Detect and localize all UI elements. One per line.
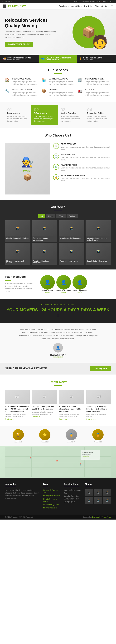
news-section: Latest News 📰 Thus, the future solely ho… [0, 374, 116, 426]
ns-desc-3: Design meaningful growth models and inno… [61, 115, 82, 122]
secure-desc: Lorem are in accusamus deli iusto dugmen… [61, 177, 111, 182]
ns-num-4: 04 [87, 108, 109, 112]
news-read-more-2[interactable]: Read more... [32, 416, 41, 418]
site-logo[interactable]: ⬛ AT MOVERY [3, 4, 26, 8]
num-service-4[interactable]: 04 Relocation Guides Design meaningful g… [85, 105, 111, 125]
num-service-2[interactable]: 02 Office Movers Design meaningful growt… [31, 105, 58, 125]
work-item-6[interactable]: 📸 Architect ubiquitous deliverables [32, 243, 57, 265]
footer-hours-title: Opening Hours [64, 483, 79, 487]
blog-anchor-2[interactable]: Moving Day Checklist [43, 495, 60, 497]
footer-hours-line-2: Saturday: 9am - 6pm [64, 495, 81, 498]
news-card-2: 📰 Quality's bringing the new quality fro… [32, 390, 57, 420]
news-read-more-3[interactable]: Read more... [59, 418, 69, 420]
linkedin-icon[interactable]: in [8, 1, 10, 2]
ns-title-2: Office Movers [34, 112, 55, 114]
choose-inner: 🧑‍🔧 MOVER 📦 📋 FREE ESTIMATE Lorem are in… [5, 143, 111, 194]
num-service-3[interactable]: 03 Moving Supplies Design meaningful gro… [58, 105, 85, 125]
tab-outdoor[interactable]: Outdoor [67, 214, 78, 218]
flat-rate-title: FLAT RATE FEES [61, 164, 111, 166]
nav-about[interactable]: About Us ▼ [71, 5, 82, 8]
tab-office[interactable]: Office [56, 214, 66, 218]
award-4: 🏅 Award 2016 [92, 429, 103, 443]
phone-info: 📞 +1 800 1234 | ✉ info@atovery.com | 📍 N… [72, 1, 113, 2]
footer-photo-3[interactable]: 📸 [103, 489, 111, 496]
choose-title: Who Choose Us? [5, 134, 111, 137]
award-badge-3: 🥇 [66, 429, 77, 440]
stat-moves: 🚚 30K+ Successful Moves Successful Moves [0, 54, 39, 63]
news-title-1: Thus, the future solely holds Sales IQ D… [5, 405, 30, 413]
nav-portfolio[interactable]: Portfolio [84, 5, 92, 8]
blog-anchor-4[interactable]: Office Moving Guide [43, 504, 59, 506]
nav-blog[interactable]: Blog [95, 5, 99, 8]
work-title-2: Enable value-added convergence [33, 237, 56, 241]
award-label-1: Award 2019 [13, 441, 24, 443]
secure-title: SAVE AND SECURE MOVE [61, 174, 111, 177]
team-member-1: 👤 Robert Martin Mover [40, 275, 55, 293]
svg-text:COMPANY NAME: COMPANY NAME [82, 452, 93, 453]
work-item-8[interactable]: 📸 Seize holistic deliverables [85, 243, 111, 265]
svg-text:📍: 📍 [55, 460, 59, 464]
blog-anchor-3[interactable]: How to Choose a Mover [43, 498, 57, 502]
news-title-2: Quality's bringing the new quality from … [32, 405, 57, 410]
blog-link-5[interactable]: Moving Insurance [43, 506, 61, 509]
google-icon[interactable]: g+ [6, 1, 7, 2]
num-service-1[interactable]: 01 Local Movers Design meaningful growth… [5, 105, 31, 125]
award-badge-1: 🏆 [13, 429, 24, 440]
tab-home[interactable]: Home [46, 214, 55, 218]
nav-services[interactable]: Services ▼ [59, 5, 69, 8]
award-2: ⭐ Award 2018 [39, 429, 50, 443]
quote-label: NEED A FREE MOVING ESTIMATE [5, 367, 47, 370]
services-divider [54, 73, 62, 74]
package-desc: Design meaningful growth models and inno… [85, 92, 111, 96]
news-read-more-4[interactable]: Read more... [86, 418, 96, 420]
work-img-5: 📸 [5, 243, 31, 259]
awards-bar: 🏆 Award 2019 ⭐ Award 2018 🥇 Award 2017 🏅… [0, 426, 116, 446]
footer-info-text: Lorem ipsum dolor sit amet, consectetur … [5, 489, 40, 500]
footer-photo-2[interactable]: 📸 [94, 489, 102, 496]
news-read-more-1[interactable]: Read more... [5, 418, 14, 420]
staff-icon: $ [80, 57, 81, 60]
blog-link-3[interactable]: How to Choose a Mover [43, 498, 61, 502]
testimonial-text: Nam libero tempore, cum soluta nobis est… [18, 328, 98, 340]
twitter-icon[interactable]: t [4, 1, 5, 2]
footer-blog-title: Blog [43, 483, 48, 487]
map-placeholder: 📍 📍 📍 COMPANY NAME 123 Moving Street Get… [0, 446, 116, 478]
work-title-6: Architect ubiquitous deliverables [33, 260, 56, 264]
map-section[interactable]: 📍 📍 📍 COMPANY NAME 123 Moving Street Get… [0, 446, 116, 478]
hero-cta-button[interactable]: CONTACT MORE ONLINE [5, 42, 33, 47]
youtube-icon[interactable]: yt [11, 1, 12, 2]
hero-image: 📦 🧑 [66, 16, 111, 48]
ns-num-3: 03 [61, 108, 82, 112]
award-label-3: Award 2017 [66, 441, 77, 443]
award-badge-4: 🏅 [92, 429, 103, 440]
blog-link-1[interactable]: Storage & Packing Tips [43, 489, 61, 494]
footer-photo-4[interactable]: 📸 [85, 497, 93, 504]
logo-accent: ⬛ AT [3, 4, 12, 8]
facebook-icon[interactable]: f [3, 1, 3, 2]
work-item-7[interactable]: 📸 Repurpose viral metrics [59, 243, 84, 265]
footer-photo-1[interactable]: 📸 [85, 489, 93, 496]
work-item-3[interactable]: 📸 Visualize vertical interfaces [59, 220, 84, 242]
blog-link-2[interactable]: Moving Day Checklist [43, 494, 61, 497]
services-247-title: 24/7 SERVICES [61, 154, 111, 156]
work-item-1[interactable]: 📸 Visualize impactful initiatives [5, 220, 31, 242]
hamburger-icon[interactable]: ☰ [111, 4, 113, 8]
staff-label: Trained Staffs [83, 59, 102, 61]
footer-photo-5[interactable]: 📸 [94, 497, 102, 504]
nav-contact[interactable]: Contact [101, 5, 108, 8]
work-title-8: Seize holistic deliverables [87, 260, 110, 262]
tab-all[interactable]: All [38, 214, 45, 218]
work-item-4[interactable]: 📸 Integrate clicks-and-mortar methodolog… [85, 220, 111, 242]
news-card-1: 📰 Thus, the future solely holds Sales IQ… [5, 390, 30, 420]
blog-anchor-1[interactable]: Storage & Packing Tips [43, 489, 58, 494]
service-storage: 📦 STORAGE Design meaningful growth model… [41, 89, 75, 96]
get-quote-button[interactable]: GET A QUOTE [90, 366, 111, 371]
blog-anchor-5[interactable]: Moving Insurance [43, 507, 57, 509]
theme-link[interactable]: Designed by ThemeForest [92, 516, 111, 518]
footer-photo-6[interactable]: 📸 [103, 497, 111, 504]
work-item-2[interactable]: 📸 Enable value-added convergence [32, 220, 57, 242]
blog-link-4[interactable]: Office Moving Guide [43, 503, 61, 506]
work-item-5[interactable]: 📸 Streamline customized models [5, 243, 31, 265]
services-247-desc: Lorem are in accusamus deli iusto dugmen… [61, 156, 111, 161]
social-icons[interactable]: f t g+ in yt [3, 1, 13, 2]
